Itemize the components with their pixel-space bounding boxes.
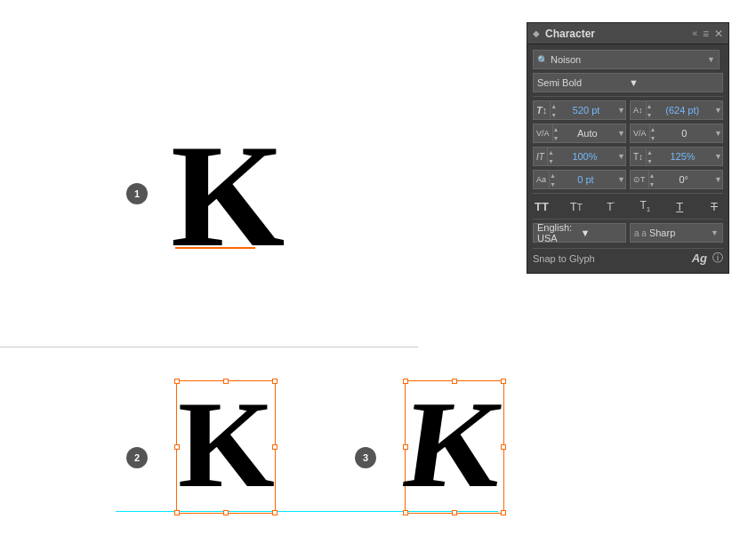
vscale-up[interactable]: ▲ [548,148,554,156]
lang-antialias-row: English: USA ▼ a a Sharp ▼ [533,223,723,243]
hscale-down[interactable]: ▼ [647,156,653,165]
vscale-field[interactable]: IT ▲ ▼ 100% ▼ [533,147,626,166]
panel-divider-3 [533,219,723,220]
antialias-value: Sharp [649,228,706,238]
kerning-down[interactable]: ▼ [553,133,559,142]
panel-row-kern: V/A ▲ ▼ Auto ▼ V/A ▲ ▼ 0 ▼ [533,124,723,143]
leading-field[interactable]: A↕ ▲ ▼ (624 pt) ▼ [630,100,723,120]
fontsize-field[interactable]: T↕ ▲ ▼ 520 pt ▼ [533,100,626,120]
hscale-up[interactable]: ▲ [647,148,653,156]
fontsize-arrow[interactable]: ▼ [617,106,625,115]
typo-strikethrough-button[interactable]: T [705,200,723,213]
leading-spinners[interactable]: ▲ ▼ [646,101,653,119]
baseline-value: 0 pt [556,174,615,185]
kerning-icon: V/A [534,129,552,138]
language-value: English: USA [537,222,579,244]
baseline-up[interactable]: ▲ [550,171,556,180]
antialias-arrow: ▼ [711,228,719,237]
tracking-down[interactable]: ▼ [650,133,656,142]
tracking-up[interactable]: ▲ [650,124,656,133]
rotation-up[interactable]: ▲ [649,171,655,180]
hscale-icon: T↕ [631,152,646,162]
leading-up[interactable]: ▲ [647,101,653,110]
kerning-arrow[interactable]: ▼ [617,129,625,138]
snap-info-button[interactable]: ⓘ [712,251,723,266]
typo-smallcaps-button[interactable]: TT [567,200,585,213]
tracking-field[interactable]: V/A ▲ ▼ 0 ▼ [630,124,723,143]
baseline-arrow[interactable]: ▼ [617,175,625,184]
panel-body: 🔍 ▼ Semi Bold ▼ T↕ ▲ ▼ [527,44,728,273]
vscale-icon: IT [534,152,547,162]
typo-superscript-button[interactable]: T' [602,200,620,213]
baseline-field[interactable]: Aa ▲ ▼ 0 pt ▼ [533,170,626,189]
panel-row-fontsize: T↕ ▲ ▼ 520 pt ▼ A↕ ▲ ▼ (624 pt) [533,100,723,120]
rotation-spinners[interactable]: ▲ ▼ [648,171,655,188]
rotation-value: 0° [655,174,712,185]
hscale-arrow[interactable]: ▼ [714,152,722,161]
font-search-input[interactable] [551,54,703,65]
panel-title-controls: « ≡ ✕ [692,28,723,40]
font-style-arrow: ▼ [629,77,719,88]
panel-row-scale: IT ▲ ▼ 100% ▼ T↕ ▲ ▼ 125% ▼ [533,147,723,166]
panel-titlebar: ◆ Character « ≡ ✕ [527,23,728,44]
vscale-arrow[interactable]: ▼ [617,152,625,161]
badge-2: 2 [126,447,148,468]
hscale-value: 125% [653,151,712,162]
leading-arrow[interactable]: ▼ [714,106,722,115]
kerning-field[interactable]: V/A ▲ ▼ Auto ▼ [533,124,626,143]
language-dropdown[interactable]: English: USA ▼ [533,223,626,243]
kerning-up[interactable]: ▲ [553,124,559,133]
kerning-spinners[interactable]: ▲ ▼ [552,124,559,142]
typo-subscript-button[interactable]: T1 [636,199,654,213]
tracking-arrow[interactable]: ▼ [714,129,722,138]
letter-k2[interactable]: K [178,382,275,507]
tracking-icon: V/A [631,129,649,138]
panel-menu-button[interactable]: ≡ [703,28,709,40]
baseline-down[interactable]: ▼ [550,180,556,188]
fontsize-value: 520 pt [557,105,615,116]
badge-3: 3 [355,447,376,468]
font-search-field[interactable]: 🔍 ▼ [533,50,720,69]
tracking-value: 0 [655,128,712,139]
panel-title: Character [545,28,595,40]
letter-k3[interactable]: K [398,382,512,507]
snap-to-glyph-row: Snap to Glyph Ag ⓘ [533,248,723,268]
font-search-arrow: ▼ [707,55,715,64]
vscale-down[interactable]: ▼ [548,156,554,165]
leading-icon: A↕ [631,106,646,115]
panel-row-baseline: Aa ▲ ▼ 0 pt ▼ ⊙T ▲ ▼ 0° ▼ [533,170,723,189]
k1-underline [175,247,255,249]
baseline-spinners[interactable]: ▲ ▼ [549,171,556,188]
typo-allcaps-button[interactable]: TT [533,200,551,213]
font-search-row: 🔍 ▼ [533,50,723,69]
panel-collapse-button[interactable]: « [692,28,697,38]
font-style-dropdown[interactable]: Semi Bold ▼ [533,73,723,92]
divider-line [0,347,418,347]
leading-down[interactable]: ▼ [647,110,653,119]
rotation-arrow[interactable]: ▼ [714,175,722,184]
canvas: 1 2 3 K K K [0,0,756,551]
rotation-icon: ⊙T [631,175,648,184]
rotation-field[interactable]: ⊙T ▲ ▼ 0° ▼ [630,170,723,189]
search-icon: 🔍 [537,55,548,65]
snap-glyph-preview[interactable]: Ag [692,252,707,265]
fontsize-spinners[interactable]: ▲ ▼ [550,101,557,119]
hscale-spinners[interactable]: ▲ ▼ [646,148,653,165]
panel-diamond-icon: ◆ [533,28,540,38]
character-panel: ◆ Character « ≡ ✕ 🔍 ▼ Semi Bold ▼ [527,22,729,274]
font-style-value: Semi Bold [537,77,627,88]
fontsize-down[interactable]: ▼ [551,110,557,119]
panel-close-button[interactable]: ✕ [714,28,723,40]
leading-value: (624 pt) [652,105,712,116]
antialias-dropdown[interactable]: a a Sharp ▼ [630,223,723,243]
tracking-spinners[interactable]: ▲ ▼ [649,124,656,142]
rotation-down[interactable]: ▼ [649,180,655,188]
baseline-icon: Aa [534,175,549,184]
fontsize-icon: T↕ [534,105,550,116]
vscale-spinners[interactable]: ▲ ▼ [547,148,554,165]
typo-underline-button[interactable]: T [671,200,688,213]
panel-divider-2 [533,193,723,194]
hscale-field[interactable]: T↕ ▲ ▼ 125% ▼ [630,147,723,166]
fontsize-up[interactable]: ▲ [551,101,557,110]
antialias-label: a a [634,228,647,238]
